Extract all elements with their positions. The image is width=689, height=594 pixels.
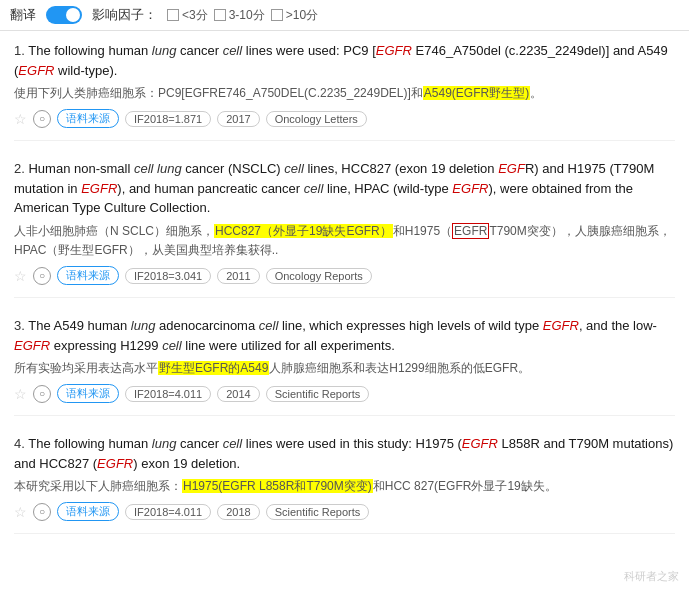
journal-tag-3[interactable]: Scientific Reports xyxy=(266,386,370,402)
term-cell-3b: cell xyxy=(162,338,182,353)
year-tag-4[interactable]: 2018 xyxy=(217,504,259,520)
source-tag-3[interactable]: 语料来源 xyxy=(57,384,119,403)
term-cell-1: cell xyxy=(223,43,243,58)
term-egfr-4a: EGFR xyxy=(462,436,498,451)
circle-icon-3[interactable]: ○ xyxy=(33,385,51,403)
factor-less3[interactable]: <3分 xyxy=(167,7,208,24)
translate-toggle[interactable] xyxy=(46,6,82,24)
term-cell-3a: cell xyxy=(259,318,279,333)
result-1-cn-text: 使用下列人类肺癌细胞系：PC9[EGFRE746_A750DEL(C.2235_… xyxy=(14,84,675,103)
term-egfr-1b: EGFR xyxy=(18,63,54,78)
checkbox-greater10[interactable] xyxy=(271,9,283,21)
if-tag-3[interactable]: IF2018=4.011 xyxy=(125,386,211,402)
factor-group: <3分 3-10分 >10分 xyxy=(167,7,318,24)
main-content: 1. The following human lung cancer cell … xyxy=(0,31,689,562)
result-item-1: 1. The following human lung cancer cell … xyxy=(14,41,675,141)
result-item-2: 2. Human non-small cell lung cancer (NSC… xyxy=(14,159,675,298)
if-tag-2[interactable]: IF2018=3.041 xyxy=(125,268,211,284)
result-3-cn-text: 所有实验均采用表达高水平野生型EGFR的A549人肺腺癌细胞系和表达H1299细… xyxy=(14,359,675,378)
source-tag-4[interactable]: 语料来源 xyxy=(57,502,119,521)
term-cell-2b: cell xyxy=(284,161,304,176)
result-2-en-text: 2. Human non-small cell lung cancer (NSC… xyxy=(14,159,675,218)
cn-highlight-4: H1975(EGFR L858R和T790M突变) xyxy=(182,479,373,493)
cn-highlight-1: A549(EGFR野生型) xyxy=(423,86,530,100)
circle-icon-4[interactable]: ○ xyxy=(33,503,51,521)
year-tag-1[interactable]: 2017 xyxy=(217,111,259,127)
term-cell-2c: cell xyxy=(304,181,324,196)
result-item-4: 4. The following human lung cancer cell … xyxy=(14,434,675,534)
term-egfr-4b: EGFR xyxy=(97,456,133,471)
header-bar: 翻译 影响因子： <3分 3-10分 >10分 xyxy=(0,0,689,31)
checkbox-less3[interactable] xyxy=(167,9,179,21)
term-egfr-2a: EGF xyxy=(498,161,525,176)
result-1-meta: ☆ ○ 语料来源 IF2018=1.871 2017 Oncology Lett… xyxy=(14,109,675,128)
journal-tag-4[interactable]: Scientific Reports xyxy=(266,504,370,520)
term-egfr-3b: EGFR xyxy=(14,338,50,353)
result-4-en-text: 4. The following human lung cancer cell … xyxy=(14,434,675,473)
circle-icon-2[interactable]: ○ xyxy=(33,267,51,285)
star-icon-4[interactable]: ☆ xyxy=(14,504,27,520)
source-tag-1[interactable]: 语料来源 xyxy=(57,109,119,128)
year-tag-3[interactable]: 2014 xyxy=(217,386,259,402)
journal-tag-1[interactable]: Oncology Letters xyxy=(266,111,367,127)
term-cell-4: cell xyxy=(223,436,243,451)
term-lung-3: lung xyxy=(131,318,156,333)
term-cell-2: cell xyxy=(134,161,154,176)
factor-label: 影响因子： xyxy=(92,6,157,24)
star-icon-1[interactable]: ☆ xyxy=(14,111,27,127)
result-2-cn-text: 人非小细胞肺癌（N SCLC）细胞系，HCC827（外显子19缺失EGFR）和H… xyxy=(14,222,675,260)
checkbox-3to10[interactable] xyxy=(214,9,226,21)
year-tag-2[interactable]: 2011 xyxy=(217,268,259,284)
term-lung-1: lung xyxy=(152,43,177,58)
term-lung-2: lung xyxy=(157,161,182,176)
term-egfr-2c: EGFR xyxy=(452,181,488,196)
term-lung-4: lung xyxy=(152,436,177,451)
result-2-meta: ☆ ○ 语料来源 IF2018=3.041 2011 Oncology Repo… xyxy=(14,266,675,285)
result-3-en-text: 3. The A549 human lung adenocarcinoma ce… xyxy=(14,316,675,355)
result-3-meta: ☆ ○ 语料来源 IF2018=4.011 2014 Scientific Re… xyxy=(14,384,675,403)
if-tag-1[interactable]: IF2018=1.871 xyxy=(125,111,211,127)
circle-icon-1[interactable]: ○ xyxy=(33,110,51,128)
cn-highlight-2a: HCC827（外显子19缺失EGFR） xyxy=(214,224,393,238)
star-icon-3[interactable]: ☆ xyxy=(14,386,27,402)
term-egfr-2b: EGFR xyxy=(81,181,117,196)
result-1-en-text: 1. The following human lung cancer cell … xyxy=(14,41,675,80)
if-tag-4[interactable]: IF2018=4.011 xyxy=(125,504,211,520)
factor-3to10[interactable]: 3-10分 xyxy=(214,7,265,24)
cn-highlight-3: 野生型EGFR的A549 xyxy=(158,361,269,375)
source-tag-2[interactable]: 语料来源 xyxy=(57,266,119,285)
journal-tag-2[interactable]: Oncology Reports xyxy=(266,268,372,284)
result-4-cn-text: 本研究采用以下人肺癌细胞系：H1975(EGFR L858R和T790M突变)和… xyxy=(14,477,675,496)
term-egfr-1a: EGFR xyxy=(376,43,412,58)
translate-label: 翻译 xyxy=(10,6,36,24)
cn-highlight-2b: EGFR xyxy=(452,223,489,239)
factor-greater10[interactable]: >10分 xyxy=(271,7,318,24)
term-egfr-3a: EGFR xyxy=(543,318,579,333)
result-4-meta: ☆ ○ 语料来源 IF2018=4.011 2018 Scientific Re… xyxy=(14,502,675,521)
star-icon-2[interactable]: ☆ xyxy=(14,268,27,284)
result-item-3: 3. The A549 human lung adenocarcinoma ce… xyxy=(14,316,675,416)
